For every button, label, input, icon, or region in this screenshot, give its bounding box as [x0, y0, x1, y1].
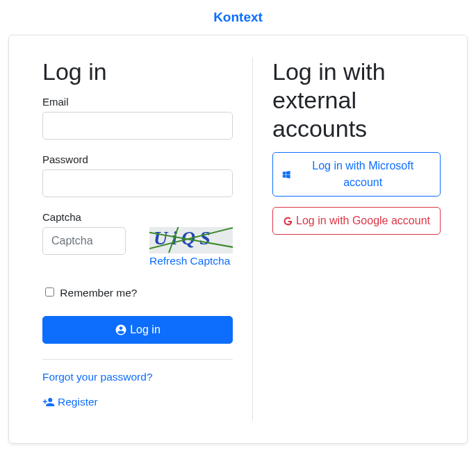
password-field[interactable] — [42, 169, 233, 197]
remember-me-label[interactable]: Remember me? — [42, 287, 137, 299]
remember-me-text: Remember me? — [60, 287, 137, 299]
login-microsoft-label: Log in with Microsoft account — [294, 158, 432, 191]
login-form-column: Log in Email Password Captcha UiQS — [23, 58, 253, 421]
google-icon — [283, 216, 293, 226]
email-label: Email — [42, 96, 233, 108]
windows-icon — [281, 169, 291, 180]
captcha-field[interactable] — [42, 227, 126, 255]
external-login-column: Log in with external accounts Log in wit… — [253, 58, 453, 421]
login-submit-label: Log in — [130, 322, 161, 338]
login-heading: Log in — [42, 58, 233, 86]
refresh-captcha-link[interactable]: Refresh Captcha — [149, 255, 230, 267]
captcha-image: UiQS — [149, 227, 233, 253]
login-submit-button[interactable]: Log in — [42, 316, 233, 344]
user-circle-icon — [115, 324, 127, 336]
password-label: Password — [42, 153, 233, 165]
external-heading: Log in with external accounts — [272, 58, 441, 142]
forgot-password-link[interactable]: Forgot your password? — [42, 371, 153, 383]
login-microsoft-button[interactable]: Log in with Microsoft account — [272, 152, 441, 197]
login-google-label: Log in with Google account — [296, 212, 430, 229]
brand-link[interactable]: Kontext — [213, 10, 263, 24]
person-add-icon — [42, 396, 55, 408]
captcha-label: Captcha — [42, 211, 233, 223]
login-card: Log in Email Password Captcha UiQS — [8, 35, 468, 444]
register-link[interactable]: Register — [58, 396, 98, 408]
divider — [42, 359, 233, 360]
login-google-button[interactable]: Log in with Google account — [272, 207, 441, 235]
email-field[interactable] — [42, 112, 233, 140]
remember-me-checkbox[interactable] — [45, 288, 54, 297]
